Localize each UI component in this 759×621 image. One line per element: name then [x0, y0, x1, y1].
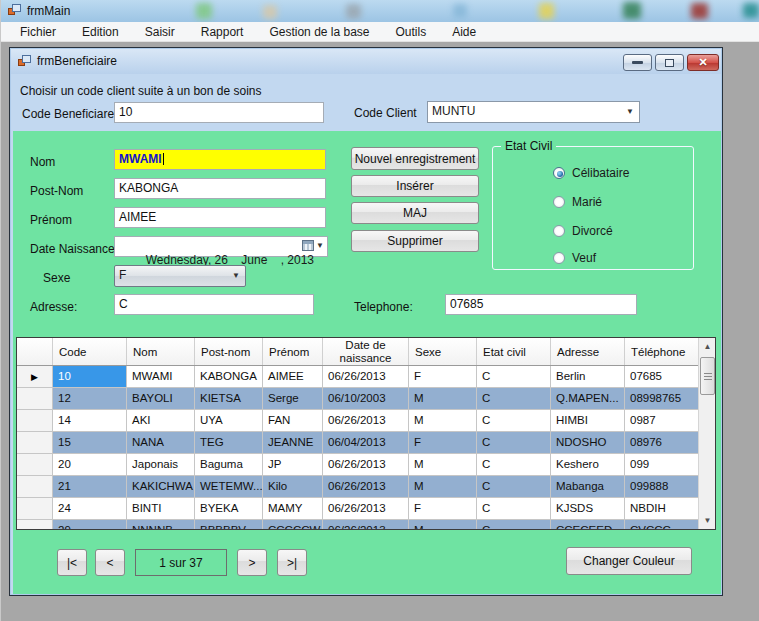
menu-outils[interactable]: Outils: [383, 22, 440, 42]
menu-rapport[interactable]: Rapport: [188, 22, 257, 42]
table-row[interactable]: 14AKIUYAFAN06/26/2013MCHIMBI0987: [17, 410, 699, 432]
grid-cell[interactable]: 06/26/2013: [323, 520, 409, 529]
supprimer-button[interactable]: Supprimer: [351, 230, 479, 252]
scroll-up-icon[interactable]: ▲: [699, 338, 716, 355]
column-header-adresse[interactable]: Adresse: [551, 338, 625, 365]
table-row[interactable]: 21KAKICHWAWETEMW...Kilo06/26/2013MCMaban…: [17, 476, 699, 498]
prenom-input[interactable]: AIMEE: [114, 207, 326, 228]
menu-fichier[interactable]: Fichier: [7, 22, 69, 42]
minimize-button[interactable]: [623, 54, 652, 71]
grid-cell[interactable]: KABONGA: [195, 366, 263, 388]
grid-cell[interactable]: 06/10/2003: [323, 388, 409, 410]
scrollbar-thumb[interactable]: [700, 357, 715, 395]
grid-cell[interactable]: UYA: [195, 410, 263, 432]
column-header-date-de-naissance[interactable]: Date de naissance: [323, 338, 409, 365]
grid-vertical-scrollbar[interactable]: ▲ ▼: [698, 338, 715, 529]
grid-cell[interactable]: MAMY: [263, 498, 323, 520]
close-button[interactable]: ✕: [687, 54, 719, 71]
grid-cell[interactable]: KAKICHWA: [127, 476, 195, 498]
inserer-button[interactable]: Insérer: [351, 175, 479, 197]
sexe-combobox[interactable]: F ▼: [114, 265, 246, 287]
grid-cell[interactable]: 10: [53, 366, 127, 388]
grid-cell[interactable]: C: [477, 432, 551, 454]
row-header[interactable]: [17, 498, 53, 520]
grid-cell[interactable]: 06/26/2013: [323, 498, 409, 520]
row-header-column[interactable]: [17, 338, 53, 365]
grid-cell[interactable]: 12: [53, 388, 127, 410]
column-header-sexe[interactable]: Sexe: [409, 338, 477, 365]
grid-cell[interactable]: 29: [53, 520, 127, 529]
menu-gestion-de-la-base[interactable]: Gestion de la base: [256, 22, 382, 42]
grid-cell[interactable]: 06/26/2013: [323, 410, 409, 432]
row-header[interactable]: [17, 388, 53, 410]
radio-divorce[interactable]: Divorcé: [553, 223, 613, 239]
telephone-input[interactable]: 07685: [445, 294, 637, 315]
table-row[interactable]: 24BINTIBYEKAMAMY06/26/2013FCKJSDSNBDIH: [17, 498, 699, 520]
column-header-code[interactable]: Code: [53, 338, 127, 365]
grid-cell[interactable]: 08976: [625, 432, 699, 454]
grid-cell[interactable]: Baguma: [195, 454, 263, 476]
grid-cell[interactable]: KJSDS: [551, 498, 625, 520]
code-beneficiare-input[interactable]: 10: [114, 102, 324, 123]
grid-cell[interactable]: C: [477, 520, 551, 529]
row-header[interactable]: [17, 432, 53, 454]
table-row[interactable]: 15NANATEGJEANNE06/04/2013FCNDOSHO08976: [17, 432, 699, 454]
menu-edition[interactable]: Edition: [69, 22, 132, 42]
code-client-combobox[interactable]: MUNTU ▼: [427, 101, 640, 123]
grid-cell[interactable]: M: [409, 520, 477, 529]
radio-celibataire[interactable]: Célibataire: [553, 165, 629, 181]
menu-aide[interactable]: Aide: [439, 22, 489, 42]
column-header-telephone[interactable]: Téléphone: [625, 338, 699, 365]
grid-cell[interactable]: M: [409, 454, 477, 476]
grid-cell[interactable]: NANA: [127, 432, 195, 454]
grid-cell[interactable]: 15: [53, 432, 127, 454]
grid-cell[interactable]: C: [477, 366, 551, 388]
grid-cell[interactable]: 20: [53, 454, 127, 476]
grid-cell[interactable]: Berlin: [551, 366, 625, 388]
grid-cell[interactable]: M: [409, 476, 477, 498]
grid-cell[interactable]: 07685: [625, 366, 699, 388]
grid-cell[interactable]: M: [409, 388, 477, 410]
grid-cell[interactable]: Mabanga: [551, 476, 625, 498]
menu-saisir[interactable]: Saisir: [132, 22, 188, 42]
nouvel-enregistrement-button[interactable]: Nouvel enregistrement: [351, 147, 479, 170]
grid-cell[interactable]: KIETSA: [195, 388, 263, 410]
grid-cell[interactable]: F: [409, 366, 477, 388]
nav-position-box[interactable]: 1 sur 37: [135, 549, 227, 576]
grid-cell[interactable]: MWAMI: [127, 366, 195, 388]
adresse-input[interactable]: C: [114, 294, 314, 315]
grid-cell[interactable]: BINTI: [127, 498, 195, 520]
grid-cell[interactable]: HIMBI: [551, 410, 625, 432]
row-header[interactable]: [17, 476, 53, 498]
grid-cell[interactable]: F: [409, 432, 477, 454]
grid-cell[interactable]: Serge: [263, 388, 323, 410]
nav-first-button[interactable]: |<: [57, 549, 87, 576]
nom-input[interactable]: MWAMI: [114, 149, 326, 170]
grid-cell[interactable]: F: [409, 498, 477, 520]
grid-cell[interactable]: NBDIH: [625, 498, 699, 520]
grid-cell[interactable]: C: [477, 410, 551, 432]
grid-cell[interactable]: 06/04/2013: [323, 432, 409, 454]
maj-button[interactable]: MAJ: [351, 202, 479, 224]
grid-cell[interactable]: AIMEE: [263, 366, 323, 388]
grid-cell[interactable]: CCECEED: [551, 520, 625, 529]
post-nom-input[interactable]: KABONGA: [114, 178, 326, 199]
grid-cell[interactable]: Q.MAPEN...: [551, 388, 625, 410]
grid-cell[interactable]: 14: [53, 410, 127, 432]
nav-last-button[interactable]: >|: [277, 549, 307, 576]
grid-cell[interactable]: 06/26/2013: [323, 476, 409, 498]
grid-cell[interactable]: 06/26/2013: [323, 454, 409, 476]
grid-cell[interactable]: 24: [53, 498, 127, 520]
table-row[interactable]: ▶10MWAMIKABONGAAIMEE06/26/2013FCBerlin07…: [17, 366, 699, 388]
current-row-indicator[interactable]: ▶: [17, 366, 53, 388]
nav-prev-button[interactable]: <: [95, 549, 125, 576]
grid-cell[interactable]: 0987: [625, 410, 699, 432]
column-header-etat-civil[interactable]: Etat civil: [477, 338, 551, 365]
grid-cell[interactable]: NDOSHO: [551, 432, 625, 454]
grid-cell[interactable]: TEG: [195, 432, 263, 454]
grid-cell[interactable]: CCCCCW: [263, 520, 323, 529]
row-header[interactable]: [17, 520, 53, 529]
main-titlebar[interactable]: frmMain: [1, 0, 759, 22]
grid-cell[interactable]: BYEKA: [195, 498, 263, 520]
grid-cell[interactable]: 21: [53, 476, 127, 498]
